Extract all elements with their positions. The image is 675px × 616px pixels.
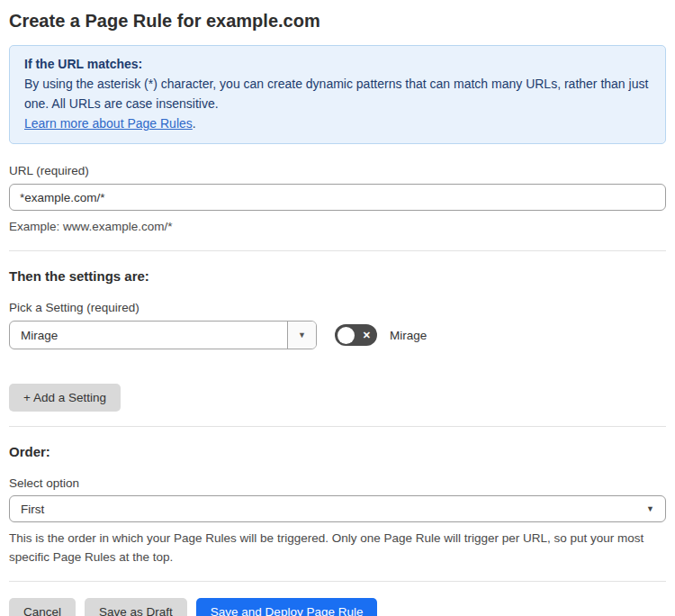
url-example-helper: Example: www.example.com/* <box>9 217 666 236</box>
page-rule-form: Create a Page Rule for example.com If th… <box>0 0 675 616</box>
divider <box>9 426 666 427</box>
save-as-draft-button[interactable]: Save as Draft <box>85 598 187 616</box>
info-box-heading: If the URL matches: <box>24 54 651 74</box>
info-box-body: By using the asterisk (*) character, you… <box>24 74 651 113</box>
link-suffix: . <box>193 116 196 131</box>
divider <box>9 581 666 582</box>
info-box-link-line: Learn more about Page Rules. <box>24 113 651 133</box>
order-select[interactable]: First ▼ <box>9 495 666 522</box>
toggle-off-x-icon: ✕ <box>363 331 371 340</box>
cancel-button[interactable]: Cancel <box>9 598 76 616</box>
footer-actions: Cancel Save as Draft Save and Deploy Pag… <box>9 598 666 616</box>
add-setting-button[interactable]: + Add a Setting <box>9 384 121 412</box>
order-section-heading: Order: <box>9 443 666 460</box>
caret-down-icon: ▼ <box>298 331 306 340</box>
mirage-toggle[interactable]: ✕ <box>335 324 377 346</box>
setting-row: Mirage ▼ ✕ Mirage <box>9 321 666 349</box>
setting-select-value: Mirage <box>10 322 287 349</box>
page-title: Create a Page Rule for example.com <box>9 9 666 32</box>
learn-more-link[interactable]: Learn more about Page Rules <box>24 116 193 131</box>
toggle-knob <box>338 327 355 344</box>
url-input[interactable] <box>9 184 666 211</box>
setting-select[interactable]: Mirage ▼ <box>9 321 317 349</box>
order-select-value: First <box>21 503 44 516</box>
order-select-label: Select option <box>9 476 666 490</box>
setting-select-arrow-button[interactable]: ▼ <box>287 322 316 349</box>
order-helper-text: This is the order in which your Page Rul… <box>9 529 666 566</box>
divider <box>9 250 666 251</box>
save-and-deploy-button[interactable]: Save and Deploy Page Rule <box>196 598 378 616</box>
toggle-label: Mirage <box>390 329 427 342</box>
url-field-label: URL (required) <box>9 164 666 177</box>
setting-picker-label: Pick a Setting (required) <box>9 301 666 314</box>
caret-down-icon: ▼ <box>646 504 654 513</box>
url-match-info-box: If the URL matches: By using the asteris… <box>9 45 666 144</box>
settings-section-heading: Then the settings are: <box>9 267 666 285</box>
